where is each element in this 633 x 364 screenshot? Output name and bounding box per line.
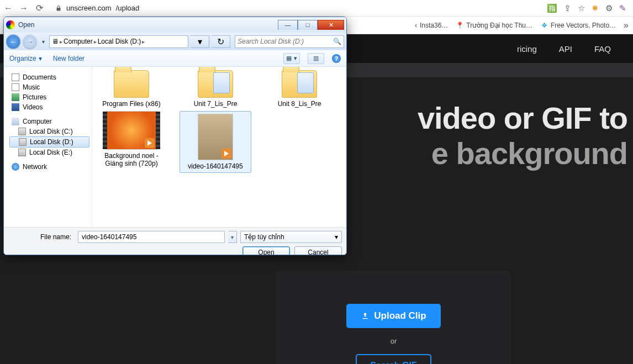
url-path: /upload: [116, 4, 140, 12]
organize-toolbar: Organize ▾ New folder ▦ ▾ ▥ ?: [4, 50, 346, 67]
play-icon: [221, 149, 231, 159]
tree-music[interactable]: Music: [9, 82, 89, 92]
file-background-noel[interactable]: Background noel - Giáng sinh (720p): [96, 111, 167, 173]
dialog-footer: File name: ▾ Tệp tùy chỉnh ▾ Open Cancel: [4, 227, 346, 255]
file-grid[interactable]: Program Files (x86) Unit 7_Lis_Pre Unit …: [92, 67, 346, 227]
filename-input[interactable]: [78, 231, 225, 243]
bookmark-item-insta[interactable]: ‹Insta36…: [415, 22, 448, 29]
search-icon: 🔍: [333, 38, 341, 45]
nav-back-button[interactable]: ←: [6, 34, 20, 49]
bookmarks-overflow-button[interactable]: »: [624, 20, 629, 30]
reload-button[interactable]: ⟳: [34, 3, 44, 13]
minimize-button[interactable]: —: [278, 20, 298, 30]
tree-network[interactable]: Network: [9, 162, 89, 172]
lock-icon: [55, 5, 62, 12]
folder-search-box[interactable]: 🔍: [235, 35, 344, 48]
nav-pricing[interactable]: ricing: [517, 44, 537, 54]
browser-toolbar: ← → ⟳ unscreen.com/upload 🈯 ⇪ ☆ ✸ ⚙ ✎: [0, 0, 633, 17]
refresh-button[interactable]: ↻: [212, 35, 230, 48]
browser-action-icons: 🈯 ⇪ ☆ ✸ ⚙ ✎: [547, 3, 630, 13]
address-bar[interactable]: unscreen.com/upload: [50, 2, 541, 15]
breadcrumb[interactable]: 🖥 ▸ Computer ▸ Local Disk (D:) ▸: [49, 35, 188, 48]
tree-disk-c[interactable]: Local Disk (C:): [9, 126, 89, 136]
folder-unit7[interactable]: Unit 7_Lis_Pre: [180, 70, 251, 108]
cancel-button[interactable]: Cancel: [294, 246, 342, 255]
extension-icon-1[interactable]: ✸: [592, 3, 599, 13]
url-host: unscreen.com: [66, 4, 112, 12]
folder-icon: [114, 70, 149, 98]
bookmark-item-vectors[interactable]: ❖Free Vectors, Photo…: [540, 22, 616, 29]
video-thumbnail: [198, 114, 233, 160]
forward-button[interactable]: →: [19, 3, 29, 13]
tree-disk-e[interactable]: Local Disk (E:): [9, 147, 89, 157]
dialog-titlebar[interactable]: Open — □ ✕: [4, 17, 346, 33]
share-icon[interactable]: ⇪: [564, 3, 571, 13]
new-folder-button[interactable]: New folder: [53, 55, 85, 62]
folder-search-input[interactable]: [238, 38, 333, 45]
filename-label: File name:: [8, 233, 75, 241]
extension-gear-icon[interactable]: ⚙: [605, 3, 613, 13]
search-gif-button[interactable]: Search GIF: [356, 354, 431, 364]
nav-faq[interactable]: FAQ: [594, 44, 611, 54]
file-open-dialog: Open — □ ✕ ← → ▾ 🖥 ▸ Computer ▸ Local Di…: [3, 17, 347, 255]
maximize-button[interactable]: □: [298, 20, 318, 30]
breadcrumb-disk[interactable]: Local Disk (D:): [98, 38, 141, 45]
translate-icon[interactable]: 🈯: [547, 3, 557, 13]
back-button[interactable]: ←: [3, 3, 13, 13]
tree-pictures[interactable]: Pictures: [9, 92, 89, 102]
dialog-title-text: Open: [18, 21, 34, 29]
upload-icon: [361, 312, 370, 320]
upload-clip-button[interactable]: Upload Clip: [346, 304, 440, 328]
app-icon: [6, 20, 15, 29]
filename-dropdown[interactable]: ▾: [228, 231, 237, 243]
breadcrumb-root-icon[interactable]: 🖥: [52, 38, 59, 45]
organize-menu[interactable]: Organize ▾: [9, 55, 42, 62]
tree-videos[interactable]: Videos: [9, 102, 89, 112]
file-video-selected[interactable]: video-1640147495: [180, 111, 251, 173]
bookmark-star-icon[interactable]: ☆: [578, 3, 585, 13]
tree-computer[interactable]: Computer: [9, 117, 89, 126]
chevron-down-icon: ▾: [335, 233, 338, 241]
or-divider: or: [391, 337, 397, 345]
hero-heading: video or GIF to e background: [418, 101, 627, 172]
tree-documents[interactable]: Documents: [9, 72, 89, 82]
dialog-nav-row: ← → ▾ 🖥 ▸ Computer ▸ Local Disk (D:) ▸ ▾…: [4, 33, 346, 50]
video-thumbnail: [107, 111, 156, 150]
preview-pane-button[interactable]: ▥: [308, 53, 324, 64]
help-icon[interactable]: ?: [332, 54, 341, 63]
nav-forward-button[interactable]: →: [23, 34, 37, 49]
folder-program-files[interactable]: Program Files (x86): [96, 70, 167, 108]
folder-unit8[interactable]: Unit 8_Lis_Pre: [263, 70, 335, 108]
play-icon: [145, 138, 155, 148]
view-mode-button[interactable]: ▦ ▾: [283, 53, 300, 64]
folder-icon: [198, 70, 233, 98]
file-type-filter[interactable]: Tệp tùy chỉnh ▾: [240, 231, 342, 243]
breadcrumb-computer[interactable]: Computer: [64, 38, 93, 45]
open-button[interactable]: Open: [242, 246, 290, 255]
breadcrumb-dropdown-button[interactable]: ▾: [191, 35, 209, 48]
bookmark-item-university[interactable]: 📍Trường Đại học Thu…: [456, 22, 532, 29]
extension-feather-icon[interactable]: ✎: [619, 3, 626, 13]
chevron-down-icon: ▾: [39, 55, 42, 62]
nav-api[interactable]: API: [559, 44, 572, 54]
nav-history-dropdown[interactable]: ▾: [39, 34, 47, 49]
tree-disk-d[interactable]: Local Disk (D:): [9, 136, 89, 147]
folder-icon: [282, 70, 317, 98]
upload-card: Upload Clip or Search GIF: [276, 271, 511, 364]
folder-tree: Documents Music Pictures Videos Computer…: [4, 67, 92, 227]
close-button[interactable]: ✕: [318, 20, 344, 30]
